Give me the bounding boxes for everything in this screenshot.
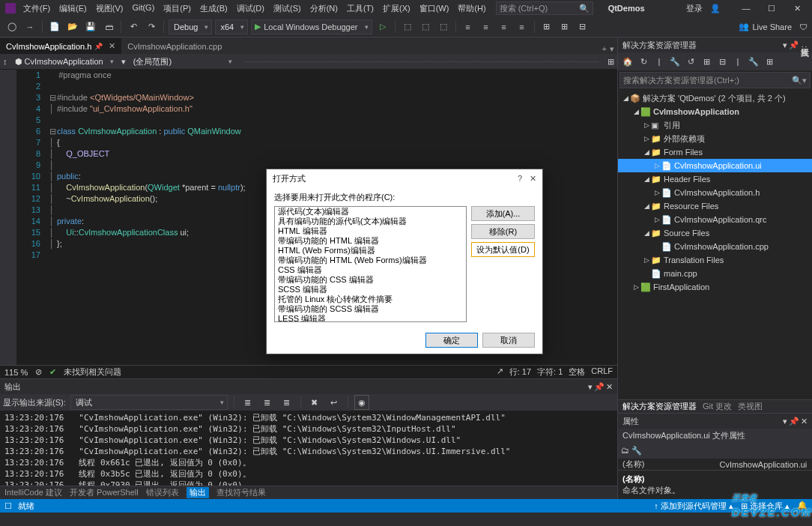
menu-analyze[interactable]: 分析(N) xyxy=(306,1,342,16)
project-selector[interactable]: QtDemos xyxy=(608,4,645,13)
properties-grid[interactable]: (名称) CvImshowApplication.ui xyxy=(618,459,812,471)
tb-icon[interactable]: ⊞ xyxy=(557,19,572,34)
solution-search[interactable]: 搜索解决方案资源管理器(Ctrl+;)🔍▾ xyxy=(619,72,811,88)
search-box[interactable]: 搜索 (Ctrl+Q) 🔍 xyxy=(496,1,593,15)
out-icon[interactable]: ≣ xyxy=(279,395,294,410)
pin-icon[interactable]: 📌 xyxy=(94,43,103,50)
sort-icon[interactable]: 🔧 xyxy=(631,446,642,456)
tb-icon[interactable]: ⊟ xyxy=(575,19,590,34)
save-all-icon[interactable]: 🗃 xyxy=(101,19,116,34)
btab-errorlist[interactable]: 错误列表 xyxy=(146,487,179,498)
list-item[interactable]: LESS 编辑器 xyxy=(275,314,466,322)
project-node[interactable]: ◢🟩CvImshowApplication xyxy=(618,105,812,118)
panel-dropdown-icon[interactable]: ▾ xyxy=(783,40,787,50)
tree-h-file[interactable]: ▷📄CvImshowApplication.h xyxy=(618,186,812,199)
tb-icon[interactable]: ⊞ xyxy=(539,19,554,34)
se-icon[interactable]: 🔧 xyxy=(747,55,760,68)
prop-name-value[interactable]: CvImshowApplication.ui xyxy=(715,459,813,471)
undo-icon[interactable]: ↶ xyxy=(126,19,141,34)
tree-main[interactable]: 📄main.cpp xyxy=(618,267,812,280)
btab-powershell[interactable]: 开发者 PowerShell xyxy=(70,487,139,498)
menu-project[interactable]: 项目(P) xyxy=(160,1,195,16)
format-vtab[interactable]: 格式设置 xyxy=(798,37,812,46)
tb-icon[interactable]: ≡ xyxy=(479,19,494,34)
panel-close-icon[interactable]: ✕ xyxy=(606,382,613,392)
program-list[interactable]: 源代码(文本)编辑器具有编码功能的源代码(文本)编辑器HTML 编辑器带编码功能… xyxy=(274,206,467,322)
zoom-level[interactable]: 115 % xyxy=(4,368,28,377)
clear-icon[interactable]: ✖ xyxy=(307,395,322,410)
menu-build[interactable]: 生成(B) xyxy=(196,1,231,16)
tree-form-files[interactable]: ◢📁Form Files xyxy=(618,145,812,159)
out-icon[interactable]: ≣ xyxy=(260,395,275,410)
side-tab-solution[interactable]: 解决方案资源管理器 xyxy=(622,401,697,412)
se-icon[interactable]: ↻ xyxy=(637,55,650,68)
tab-active[interactable]: CvImshowApplication.h📌✕ xyxy=(0,38,121,54)
menu-test[interactable]: 测试(S) xyxy=(270,1,305,16)
output-body[interactable]: 13:23:20:176 "CvImshowApplication.exe" (… xyxy=(0,411,617,486)
platform-combo[interactable]: x64 xyxy=(215,19,248,34)
add-button[interactable]: 添加(A)... xyxy=(471,206,535,221)
issues-text[interactable]: 未找到相关问题 xyxy=(64,366,121,378)
nav-back-icon[interactable]: ◯ xyxy=(4,19,19,34)
tree-source-files[interactable]: ◢📁Source Files xyxy=(618,226,812,240)
solution-tree[interactable]: ◢📦解决方案 'QtDemos' (2 个项目, 共 2 个) ◢🟩CvImsh… xyxy=(618,90,812,399)
wrap-icon[interactable]: ↩ xyxy=(327,395,342,410)
tb-icon[interactable]: ⬚ xyxy=(436,19,451,34)
nav-member[interactable]: (全局范围) xyxy=(130,55,235,68)
tree-external[interactable]: ▷📁外部依赖项 xyxy=(618,132,812,145)
list-item[interactable]: HTML (Web Forms)编辑器 xyxy=(275,246,466,256)
tab-overflow-icon[interactable]: ▾ xyxy=(610,44,614,54)
status-sourcecontrol[interactable]: ↑ 添加到源代码管理 ▴ xyxy=(654,501,733,512)
btab-findsymbols[interactable]: 查找符号结果 xyxy=(216,487,266,498)
tab-other[interactable]: CvImshowApplication.cpp xyxy=(121,38,228,54)
panel-dropdown-icon[interactable]: ▾ xyxy=(588,382,593,392)
close-icon[interactable]: ✕ xyxy=(109,41,115,51)
menu-view[interactable]: 视图(V) xyxy=(92,1,127,16)
remove-button[interactable]: 移除(R) xyxy=(471,224,535,239)
menu-git[interactable]: Git(G) xyxy=(128,1,158,16)
panel-pin-icon[interactable]: 📌 xyxy=(789,417,799,426)
status-repo[interactable]: ⊞ 选择仓库 ▴ xyxy=(741,501,790,512)
tb-icon[interactable]: ⬚ xyxy=(400,19,415,34)
tb-icon[interactable]: ⬚ xyxy=(418,19,433,34)
se-icon[interactable]: ⊟ xyxy=(715,55,729,68)
dialog-close-icon[interactable]: ✕ xyxy=(530,174,536,184)
menu-tools[interactable]: 工具(T) xyxy=(343,1,378,16)
live-share[interactable]: 👥Live Share🛡 xyxy=(739,22,808,31)
cat-icon[interactable]: 🗂 xyxy=(621,446,629,455)
window-maximize[interactable]: ☐ xyxy=(761,4,782,13)
nav-fwd-icon[interactable]: → xyxy=(22,19,37,34)
menu-file[interactable]: 文件(F) xyxy=(19,1,54,16)
status-icon[interactable]: ☐ xyxy=(4,501,12,511)
list-item[interactable]: 带编码功能的 CSS 编辑器 xyxy=(275,275,466,285)
list-item[interactable]: HTML 编辑器 xyxy=(275,226,466,236)
panel-close-icon[interactable]: ✕ xyxy=(801,417,808,426)
list-item[interactable]: 具有编码功能的源代码(文本)编辑器 xyxy=(275,217,466,226)
nav-icon[interactable]: ↗ xyxy=(497,366,503,378)
tb-icon[interactable]: ≡ xyxy=(461,19,476,34)
line-ending[interactable]: CRLF xyxy=(591,366,613,378)
cancel-button[interactable]: 取消 xyxy=(482,333,535,348)
tree-resource-files[interactable]: ◢📁Resource Files xyxy=(618,199,812,213)
menu-help[interactable]: 帮助(H) xyxy=(454,1,489,16)
tree-translation[interactable]: ▷📁Translation Files xyxy=(618,253,812,267)
list-item[interactable]: CSS 编辑器 xyxy=(275,265,466,275)
btab-output[interactable]: 输出 xyxy=(187,487,209,498)
dialog-help-icon[interactable]: ? xyxy=(518,174,522,184)
panel-dropdown-icon[interactable]: ▾ xyxy=(783,417,787,426)
list-item[interactable]: 源代码(文本)编辑器 xyxy=(275,207,466,217)
output-source-combo[interactable]: 调试 xyxy=(70,395,228,410)
list-item[interactable]: SCSS 编辑器 xyxy=(275,285,466,294)
nav-dropdown-icon[interactable]: ↕ xyxy=(3,57,7,66)
list-item[interactable]: 带编码功能的 SCSS 编辑器 xyxy=(275,304,466,314)
project-node-2[interactable]: ▷🟩FirstApplication xyxy=(618,280,812,294)
tree-header-files[interactable]: ◢📁Header Files xyxy=(618,172,812,186)
tab-add-icon[interactable]: + xyxy=(602,44,607,54)
solution-node[interactable]: ◢📦解决方案 'QtDemos' (2 个项目, 共 2 个) xyxy=(618,91,812,105)
list-item[interactable]: 带编码功能的 HTML (Web Forms)编辑器 xyxy=(275,256,466,265)
nav-scope[interactable]: ⬢ CvImshowApplication xyxy=(12,55,117,68)
ok-button[interactable]: 确定 xyxy=(425,333,478,348)
out-icon[interactable]: ≣ xyxy=(240,395,255,410)
menu-window[interactable]: 窗口(W) xyxy=(416,1,453,16)
nav-split-icon[interactable]: ⊞ xyxy=(608,57,614,67)
